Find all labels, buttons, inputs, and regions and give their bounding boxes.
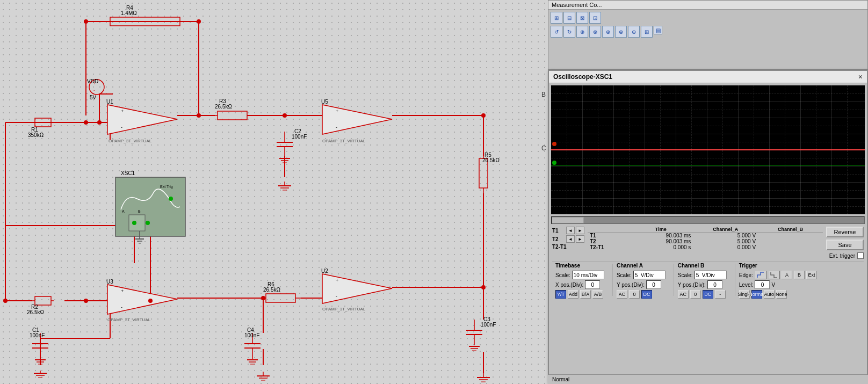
vdd-value: 5V (90, 95, 97, 100)
cursor-t1-marker (552, 142, 556, 146)
timebase-scale-input[interactable] (572, 271, 604, 279)
col-header-chb: Channel_B (758, 227, 823, 233)
channel-a-scale-label: Scale: (617, 272, 632, 278)
trigger-src-ext[interactable]: Ext (806, 271, 817, 279)
trigger-src-b[interactable]: B (794, 271, 805, 279)
u2-type-label: OPAMP_3T_VIRTUAL (322, 307, 366, 311)
meas-icon-5[interactable]: ↺ (551, 26, 562, 38)
channel-a-section: Channel A Scale: Y pos.(Div): AC 0 DC (617, 263, 666, 299)
timebase-xpos-input[interactable] (585, 280, 600, 289)
meas-icon-10[interactable]: ⊜ (615, 26, 627, 38)
svg-text:Ext Trig: Ext Trig (160, 185, 173, 189)
chb-ac-button[interactable]: AC (678, 290, 689, 299)
timebase-scale-label: Scale: (555, 272, 570, 278)
meas-icon-3[interactable]: ⊠ (576, 12, 588, 24)
u5-label: U5 (321, 99, 328, 105)
chb-minus-button[interactable]: - (715, 290, 726, 299)
channel-a-ypos-row: Y pos.(Div): (617, 280, 666, 289)
trigger-falling-btn[interactable] (768, 271, 780, 279)
cha-ac-button[interactable]: AC (617, 290, 627, 299)
t2-right-btn[interactable]: ► (576, 235, 584, 243)
u3-label: U3 (106, 279, 113, 285)
svg-text:A: A (122, 209, 125, 213)
meas-icon-9[interactable]: ⊛ (602, 26, 614, 38)
t2t1-time: 0.000 s (628, 244, 693, 250)
measurement-title: Measurement Co... (548, 1, 867, 10)
chb-dc-button[interactable]: DC (703, 290, 713, 299)
trigger-level-input[interactable] (755, 280, 770, 289)
trigger-rising-btn[interactable] (755, 271, 766, 279)
meas-icon-12[interactable]: ⊞ (641, 26, 653, 38)
osc-scroll-thumb[interactable] (552, 217, 584, 223)
yt-button[interactable]: Y/T (555, 290, 566, 299)
schematic-area: R1 350kΩ R2 26.5kΩ R3 26.5kΩ R4 1.4MΩ (0, 0, 548, 384)
t1-cha: 5.000 V (693, 233, 758, 239)
meas-icon-6[interactable]: ↻ (563, 26, 575, 38)
trigger-none-btn[interactable]: None (776, 290, 787, 299)
measurement-icons: ⊞ ⊟ ⊠ ⊡ ↺ ↻ ⊕ ⊗ ⊛ ⊜ ⊝ ⊞ ▤ (548, 10, 867, 40)
add-button[interactable]: Add (568, 290, 578, 299)
meas-icon-8[interactable]: ⊗ (589, 26, 601, 38)
ext-trigger-checkbox[interactable] (857, 252, 864, 259)
trigger-single-btn[interactable]: Single (739, 290, 750, 299)
channel-b-ypos-label: Y pos.(Div): (678, 282, 706, 288)
meas-icon-11[interactable]: ⊝ (628, 26, 640, 38)
t2t1-chb (758, 244, 823, 250)
svg-point-6 (84, 120, 88, 125)
osc-screen (551, 85, 865, 214)
osc-scrollbar[interactable] (551, 216, 865, 224)
divider-1 (612, 264, 613, 296)
t2-label: T2 (552, 236, 565, 242)
col-header-empty (588, 227, 628, 233)
svg-text:-: - (93, 88, 95, 92)
cha-0-button[interactable]: 0 (629, 290, 640, 299)
svg-rect-61 (266, 294, 295, 302)
t2-time: 90.003 ms (628, 238, 693, 244)
cha-dc-button[interactable]: DC (641, 290, 652, 299)
save-button[interactable]: Save (826, 240, 864, 250)
ab-button[interactable]: A/B (592, 290, 603, 299)
svg-rect-52 (218, 111, 247, 120)
osc-close-button[interactable]: × (858, 73, 863, 81)
svg-point-135 (197, 19, 201, 24)
meas-icon-13[interactable]: ▤ (654, 26, 662, 34)
u3-type-label: OPAMP_3T_VIRTUAL (107, 317, 151, 322)
svg-text:-: - (121, 305, 122, 310)
channel-a-scale-input[interactable] (633, 271, 666, 279)
trigger-auto-btn[interactable]: Auto (764, 290, 775, 299)
cursor-nav: T1 ◄ ► T2 ◄ ► T2-T1 (552, 227, 584, 250)
channel-b-scale-input[interactable] (695, 271, 727, 279)
channel-b-scale-label: Scale: (678, 272, 693, 278)
channel-b-title: Channel B (678, 263, 727, 269)
svg-point-113 (169, 197, 173, 201)
ba-button[interactable]: B/A (580, 290, 591, 299)
meas-icon-2[interactable]: ⊟ (563, 12, 575, 24)
t2-left-btn[interactable]: ◄ (566, 235, 575, 243)
trigger-section: Trigger Edge: A B Ext (739, 263, 817, 299)
t1-left-btn[interactable]: ◄ (566, 227, 575, 234)
trigger-src-a[interactable]: A (782, 271, 792, 279)
trigger-level-row: Level: V (739, 280, 817, 289)
svg-point-15 (481, 113, 486, 118)
timebase-xpos-label: X pos.(Div): (555, 282, 583, 288)
reverse-button[interactable]: Reverse (826, 227, 864, 237)
col-header-cha: Channel_A (693, 227, 758, 233)
status-mode: Normal (552, 376, 569, 382)
meas-icon-4[interactable]: ⊡ (589, 12, 601, 24)
channel-a-ypos-input[interactable] (646, 280, 661, 289)
chb-0-button[interactable]: 0 (690, 290, 701, 299)
xsc1-label: XSC1 (121, 170, 135, 176)
measurement-panel: Measurement Co... ⊞ ⊟ ⊠ ⊡ ↺ ↻ ⊕ ⊗ ⊛ ⊜ ⊝ … (548, 0, 868, 70)
channel-b-ypos-input[interactable] (707, 280, 722, 289)
svg-text:+: + (121, 288, 124, 294)
t1-right-btn[interactable]: ► (576, 227, 584, 234)
svg-marker-100 (322, 274, 392, 303)
svg-text:+: + (121, 108, 124, 114)
meas-icon-7[interactable]: ⊕ (576, 26, 588, 38)
trigger-normal-btn[interactable]: Normal (751, 290, 762, 299)
trigger-mode-row: Single Normal Auto None (739, 290, 817, 299)
ext-trigger-row: Ext. trigger (829, 252, 864, 259)
trigger-edge-label: Edge: (739, 272, 753, 278)
channel-a-title: Channel A (617, 263, 666, 269)
meas-icon-1[interactable]: ⊞ (551, 12, 562, 24)
